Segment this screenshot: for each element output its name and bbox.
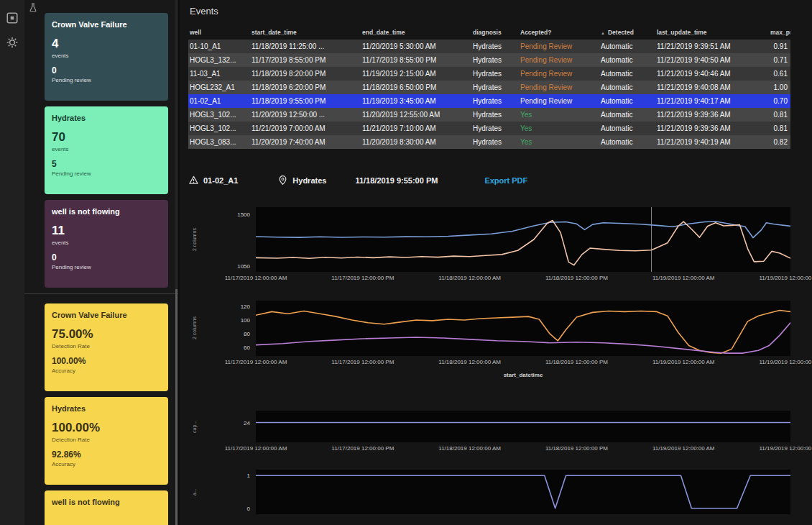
cell-end: 11/21/2019 7:10:00 AM xyxy=(361,124,471,132)
cell-updated: 11/21/2019 9:39:51 AM xyxy=(655,42,769,50)
detail-well: 01-02_A1 xyxy=(203,176,238,185)
cell-start: 11/17/2019 8:55:00 PM xyxy=(250,56,361,64)
cell-detected: Automatic xyxy=(599,124,655,132)
summary-card[interactable]: well is not flowing 11 events 0 Pending … xyxy=(45,200,168,288)
sort-arrow-icon: ▲ xyxy=(601,31,605,35)
column-header-detected[interactable]: ▲Detected xyxy=(599,29,655,36)
table-row[interactable]: 01-02_A1 11/18/2019 9:55:00 PM 11/19/201… xyxy=(188,94,790,108)
card-title: Hydrates xyxy=(52,114,161,124)
card-secondary-value: 5 xyxy=(52,159,161,169)
icon-rail xyxy=(0,0,24,525)
summary-card[interactable]: Crown Valve Failure 4 events 0 Pending r… xyxy=(45,13,168,101)
cell-well: HOGL3_102... xyxy=(188,124,250,132)
chart-plot-area[interactable] xyxy=(256,411,790,442)
table-row[interactable]: 11-03_A1 11/18/2019 8:20:00 PM 11/19/201… xyxy=(188,67,790,81)
chart-x-ticks: 11/17/2019 12:00:00 AM11/17/2019 12:00:0… xyxy=(256,359,790,366)
cell-start: 11/20/2019 12:50:00 ... xyxy=(250,111,361,119)
chart-y-axis-label: cap... xyxy=(188,411,200,442)
metric-card[interactable]: well is not flowing xyxy=(45,490,168,525)
card-secondary-label: Pending review xyxy=(52,170,161,177)
column-header-well[interactable]: well xyxy=(188,29,250,36)
detail-diagnosis: Hydrates xyxy=(292,176,326,185)
card-value: 100.00% xyxy=(52,421,161,435)
table-row[interactable]: 01-10_A1 11/18/2019 11:25:00 ... 11/20/2… xyxy=(188,40,790,53)
events-table-body: 01-10_A1 11/18/2019 11:25:00 ... 11/20/2… xyxy=(188,40,790,149)
metric-card[interactable]: Hydrates 100.00% Detection Rate 92.86% A… xyxy=(45,397,168,485)
chart-x-axis-label: start_datetime xyxy=(256,372,790,378)
chart-plot-area[interactable] xyxy=(256,207,790,272)
settings-gear-icon[interactable] xyxy=(6,36,19,49)
main-content: Events well start_date_time end_date_tim… xyxy=(178,0,812,525)
card-value: 11 xyxy=(52,224,161,238)
cell-accepted: Yes xyxy=(519,138,599,146)
cell-max-pred: 0.70 xyxy=(769,97,790,105)
table-row[interactable]: HOGL3_083... 11/20/2019 7:40:00 AM 11/20… xyxy=(188,135,790,149)
export-pdf-link[interactable]: Export PDF xyxy=(484,176,527,185)
metric-card[interactable]: Crown Valve Failure 75.00% Detection Rat… xyxy=(45,303,168,391)
cell-well: HOGL232_A1 xyxy=(188,83,250,91)
cell-detected: Automatic xyxy=(599,83,655,91)
cell-detected: Automatic xyxy=(599,97,655,105)
cell-updated: 11/21/2019 9:39:36 AM xyxy=(655,111,769,119)
card-secondary-label: Accuracy xyxy=(52,461,161,467)
cell-diagnosis: Hydrates xyxy=(471,70,519,78)
cell-well: HOGL3_132... xyxy=(188,56,250,64)
cell-diagnosis: Hydrates xyxy=(471,83,519,91)
column-header-accepted[interactable]: Accepted? xyxy=(519,29,599,36)
table-row[interactable]: HOGL3_132... 11/17/2019 8:55:00 PM 11/17… xyxy=(188,53,790,67)
card-value: 4 xyxy=(52,37,161,51)
cell-end: 11/20/2019 8:30:00 AM xyxy=(361,138,471,146)
column-header-start[interactable]: start_date_time xyxy=(250,29,361,36)
card-value-label: events xyxy=(52,146,161,152)
cell-updated: 11/21/2019 9:40:08 AM xyxy=(655,83,769,91)
cell-start: 11/18/2019 9:55:00 PM xyxy=(250,97,361,105)
cell-detected: Automatic xyxy=(599,70,655,78)
card-secondary-value: 100.00% xyxy=(52,356,161,366)
column-header-max-pred[interactable]: max_pred xyxy=(769,29,790,36)
left-panel-scrollbar-thumb[interactable] xyxy=(175,289,177,525)
app-logo-icon[interactable] xyxy=(6,12,19,24)
cell-max-pred: 0.82 xyxy=(769,138,790,146)
cell-accepted: Pending Review xyxy=(519,83,599,91)
table-row[interactable]: HOGL3_102... 11/21/2019 7:00:00 AM 11/21… xyxy=(188,122,790,135)
event-detail-bar: 01-02_A1 Hydrates 11/18/2019 9:55:00 PM … xyxy=(188,175,790,186)
card-secondary-label: Pending review xyxy=(52,77,161,83)
panel-divider xyxy=(24,293,178,294)
card-title: well is not flowing xyxy=(52,498,161,508)
card-value-label: events xyxy=(52,52,161,59)
cell-max-pred: 0.71 xyxy=(769,56,790,64)
card-secondary-value: 0 xyxy=(52,252,161,262)
chart-y-axis-label: a... xyxy=(188,470,200,514)
table-row[interactable]: HOGL232_A1 11/18/2019 6:20:00 PM 11/18/2… xyxy=(188,81,790,94)
cell-diagnosis: Hydrates xyxy=(471,97,519,105)
chart-y-axis-label: 2 columns xyxy=(188,207,200,272)
chart-plot-area[interactable] xyxy=(256,301,790,356)
cell-end: 11/18/2019 6:50:00 PM xyxy=(361,83,471,91)
card-title: Hydrates xyxy=(52,404,161,414)
chart-rates: 2 columns 1201008060 xyxy=(188,301,790,356)
chart-plot-area[interactable] xyxy=(256,470,790,514)
table-row[interactable]: HOGL3_102... 11/20/2019 12:50:00 ... 11/… xyxy=(188,108,790,122)
cell-detected: Automatic xyxy=(599,42,655,50)
cell-diagnosis: Hydrates xyxy=(471,56,519,64)
cell-max-pred: 0.81 xyxy=(769,124,790,132)
cell-accepted: Pending Review xyxy=(519,70,599,78)
cell-diagnosis: Hydrates xyxy=(471,111,519,119)
cell-end: 11/20/2019 5:30:00 AM xyxy=(361,42,471,50)
column-header-end[interactable]: end_date_time xyxy=(361,29,471,36)
column-header-diagnosis[interactable]: diagnosis xyxy=(471,29,519,36)
cell-well: 11-03_A1 xyxy=(188,70,250,78)
summary-card[interactable]: Hydrates 70 events 5 Pending review xyxy=(45,106,168,194)
page-title: Events xyxy=(190,6,790,17)
flask-icon[interactable] xyxy=(27,2,39,14)
card-value-label: events xyxy=(52,239,161,246)
cell-well: HOGL3_102... xyxy=(188,111,250,119)
card-secondary-label: Accuracy xyxy=(52,368,161,374)
cell-diagnosis: Hydrates xyxy=(471,124,519,132)
card-secondary-value: 92.86% xyxy=(52,449,161,460)
cell-detected: Automatic xyxy=(599,138,655,146)
cell-well: HOGL3_083... xyxy=(188,138,250,146)
cell-start: 11/18/2019 11:25:00 ... xyxy=(250,42,361,50)
column-header-updated[interactable]: last_update_time xyxy=(655,29,769,36)
cell-detected: Automatic xyxy=(599,56,655,64)
